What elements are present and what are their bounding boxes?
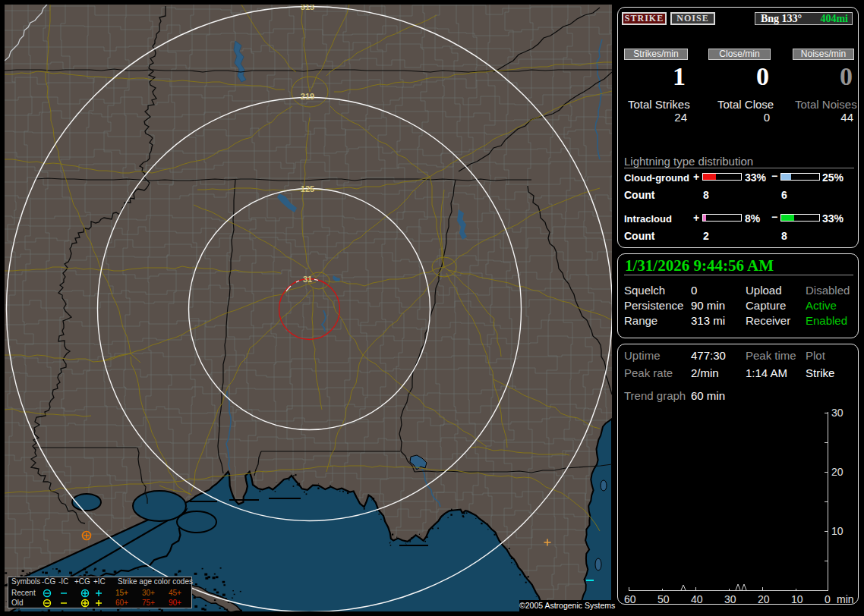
- svg-text:30: 30: [831, 407, 844, 419]
- svg-text:10: 10: [831, 525, 844, 537]
- svg-text:20: 20: [831, 466, 844, 478]
- svg-text:60: 60: [624, 593, 636, 604]
- svg-text:50: 50: [657, 593, 670, 604]
- svg-text:10: 10: [791, 593, 803, 604]
- svg-text:313: 313: [301, 5, 314, 11]
- svg-text:40: 40: [691, 593, 703, 604]
- svg-text:219: 219: [301, 92, 314, 101]
- svg-text:20: 20: [758, 593, 770, 604]
- svg-text:30: 30: [724, 593, 736, 604]
- svg-text:0: 0: [825, 593, 831, 604]
- svg-text:min: min: [837, 593, 854, 604]
- svg-text:125: 125: [301, 184, 314, 193]
- svg-text:31: 31: [303, 275, 312, 284]
